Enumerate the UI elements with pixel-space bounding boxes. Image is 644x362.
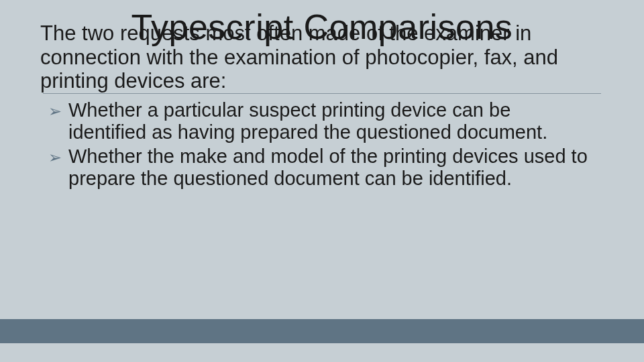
bullet-arrow-icon: ➢ — [48, 103, 62, 117]
list-item: ➢ Whether a particular suspect printing … — [68, 99, 592, 144]
list-item-text: Whether the make and model of the printi… — [68, 145, 588, 189]
title-underline — [43, 93, 601, 94]
list-item-text: Whether a particular suspect printing de… — [68, 99, 547, 143]
list-item: ➢ Whether the make and model of the prin… — [68, 145, 592, 190]
intro-paragraph: The two requests most often made of the … — [34, 21, 610, 93]
slide: Typescript Comparisons The two requests … — [0, 0, 644, 362]
bullet-list: ➢ Whether a particular suspect printing … — [34, 97, 610, 190]
footer-accent-band — [0, 319, 644, 343]
bullet-arrow-icon: ➢ — [48, 149, 62, 163]
